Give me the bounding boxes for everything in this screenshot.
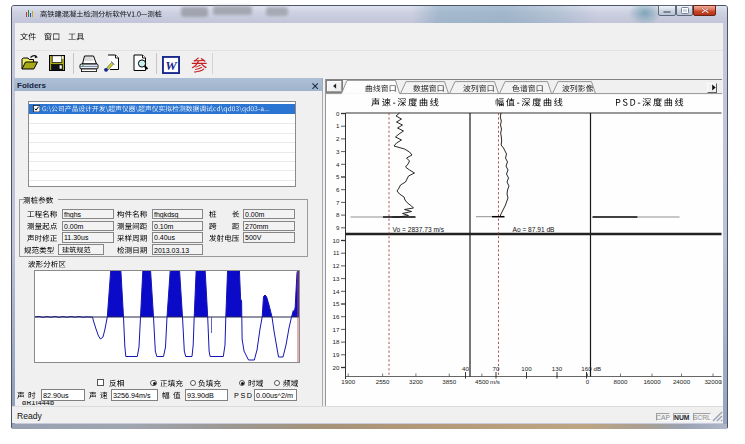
svg-text:160: 160 — [581, 365, 592, 372]
svg-text:W: W — [165, 58, 178, 73]
svg-text:18: 18 — [332, 338, 339, 345]
svg-text:11: 11 — [333, 249, 340, 256]
svg-text:Ao = 87.91 dB: Ao = 87.91 dB — [512, 226, 555, 233]
svg-text:0.00m: 0.00m — [64, 223, 84, 230]
svg-text:7: 7 — [336, 199, 340, 206]
svg-text:93.90dB: 93.90dB — [187, 391, 214, 400]
svg-text:3850: 3850 — [442, 378, 456, 385]
svg-text:16: 16 — [332, 313, 339, 320]
svg-text:12: 12 — [332, 262, 339, 269]
svg-text:Folders: Folders — [17, 81, 46, 90]
svg-text:NUM: NUM — [674, 414, 690, 421]
svg-text:82.90us: 82.90us — [43, 391, 69, 400]
svg-text:fhgkdsg: fhgkdsg — [154, 211, 179, 218]
svg-text:PSD: PSD — [234, 391, 252, 400]
svg-text:5: 5 — [336, 173, 340, 180]
svg-text:20: 20 — [332, 364, 339, 371]
svg-text:3256.94m/s: 3256.94m/s — [113, 391, 151, 400]
svg-text:4500: 4500 — [475, 378, 489, 385]
svg-text:CAP: CAP — [656, 414, 670, 421]
svg-text:8000: 8000 — [613, 378, 627, 385]
svg-text:40: 40 — [462, 365, 469, 372]
svg-text:2550: 2550 — [375, 378, 389, 385]
svg-text:10: 10 — [332, 237, 339, 244]
svg-text:16000: 16000 — [643, 378, 661, 385]
svg-text:Ready: Ready — [17, 411, 43, 421]
svg-text:SCRL: SCRL — [693, 414, 711, 421]
svg-text:9: 9 — [336, 224, 340, 231]
svg-text:19: 19 — [332, 351, 339, 358]
svg-text:0.40us: 0.40us — [154, 234, 176, 241]
svg-text:2013.03.13: 2013.03.13 — [154, 247, 189, 254]
svg-text:6: 6 — [336, 186, 340, 193]
svg-text:0: 0 — [336, 110, 340, 117]
svg-text:0: 0 — [585, 378, 589, 385]
svg-text:15: 15 — [332, 300, 339, 307]
svg-text:Vo = 2837.73 m/s: Vo = 2837.73 m/s — [392, 226, 444, 233]
svg-text:0.00us^2/m: 0.00us^2/m — [256, 391, 293, 400]
svg-text:100: 100 — [521, 365, 532, 372]
svg-text:m/s: m/s — [490, 378, 500, 385]
svg-text:u: u — [720, 379, 723, 385]
svg-text:fhghs: fhghs — [64, 211, 82, 218]
svg-text:8: 8 — [336, 211, 340, 218]
svg-text:11.30us: 11.30us — [64, 234, 89, 241]
svg-text:dB: dB — [593, 365, 601, 372]
svg-text:270mm: 270mm — [245, 223, 269, 230]
svg-text:17: 17 — [332, 326, 339, 333]
svg-text:3200: 3200 — [409, 378, 423, 385]
svg-text:3: 3 — [336, 148, 340, 155]
svg-text:13: 13 — [332, 275, 339, 282]
svg-text:24000: 24000 — [672, 378, 690, 385]
svg-text:1900: 1900 — [341, 378, 355, 385]
svg-text:0.10m: 0.10m — [154, 223, 174, 230]
svg-text:130: 130 — [551, 365, 562, 372]
svg-text:1: 1 — [336, 122, 340, 129]
svg-text:0.00m: 0.00m — [245, 211, 265, 218]
svg-text:2: 2 — [336, 135, 340, 142]
svg-text:4: 4 — [336, 161, 340, 168]
svg-text:70: 70 — [492, 365, 499, 372]
svg-text:500V: 500V — [245, 234, 262, 241]
svg-text:14: 14 — [332, 288, 339, 295]
